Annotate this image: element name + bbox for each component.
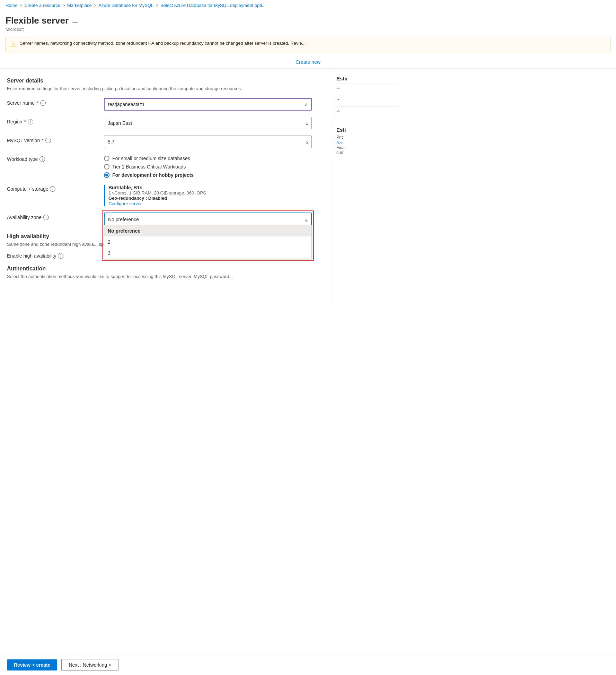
availability-zone-chevron: ⦥ [305, 217, 308, 222]
check-icon: ✓ [304, 101, 308, 108]
radio-circle-small [104, 156, 109, 161]
workload-radio-tier1[interactable]: Tier 1 Business Critical Workloads [104, 164, 312, 170]
mysql-version-wrap: 5.7 8.0 ⦥ [104, 136, 312, 148]
region-label: Region * i [7, 117, 97, 124]
configure-server-link[interactable]: Configure server [108, 201, 142, 206]
breadcrumb-sep-1: > [20, 3, 23, 8]
breadcrumb-sep-3: > [94, 3, 97, 8]
mysql-version-select[interactable]: 5.7 8.0 [104, 136, 312, 148]
required-star: * [36, 100, 38, 106]
section-server-details: Server details Enter required settings f… [7, 78, 326, 91]
workload-radio-dev-label: For development or hobby projects [112, 172, 194, 178]
workload-type-label: Workload type i [7, 154, 97, 162]
workload-radio-small-label: For small or medium size databases [112, 156, 190, 161]
warning-text: Server names, networking connectivity me… [20, 41, 306, 46]
breadcrumb-create-resource[interactable]: Create a resource [24, 3, 60, 8]
page-subtitle: Microsoft [6, 27, 610, 32]
compute-specs: 1 vCores, 1 GiB RAM, 20 GiB storage, 360… [108, 190, 312, 196]
workload-radio-small[interactable]: For small or medium size databases [104, 156, 312, 161]
form-row-server-name: Server name * i ✓ [7, 98, 326, 111]
sidebar-chevron-3-icon: ⌃ [336, 110, 341, 115]
compute-tier: Burstable, B1s [108, 185, 312, 190]
form-row-workload-type: Workload type i For small or medium size… [7, 154, 326, 178]
breadcrumb-home[interactable]: Home [6, 3, 18, 8]
availability-zone-value: No preference [108, 217, 139, 222]
workload-type-info-icon[interactable]: i [39, 156, 45, 162]
warning-banner: ⚠ Server names, networking connectivity … [6, 37, 610, 52]
sidebar-panel: Estir ⌃ ⌃ ⌃ Esti Pric Azu Fina curr [333, 69, 402, 311]
workload-type-radio-group: For small or medium size databases Tier … [104, 154, 312, 178]
page-header: Flexible server ... Microsoft [0, 11, 616, 33]
warning-icon: ⚠ [11, 41, 16, 49]
form-row-compute-storage: Compute + storage i Burstable, B1s 1 vCo… [7, 184, 326, 206]
availability-zone-wrap: No preference ⦥ No preference 2 3 [104, 213, 312, 226]
region-wrap: Japan East East US West US West Europe ⦥ [104, 117, 312, 129]
compute-storage-info-icon[interactable]: i [50, 186, 55, 192]
breadcrumb: Home > Create a resource > Marketplace >… [0, 0, 616, 11]
workload-type-wrap: For small or medium size databases Tier … [104, 154, 312, 178]
workload-radio-dev[interactable]: For development or hobby projects [104, 172, 312, 178]
mysql-version-select-wrap: 5.7 8.0 ⦥ [104, 136, 312, 148]
compute-storage-wrap: Burstable, B1s 1 vCores, 1 GiB RAM, 20 G… [104, 184, 312, 206]
radio-circle-dev [104, 172, 109, 178]
availability-zone-info-icon[interactable]: i [43, 215, 49, 220]
mysql-version-label: MySQL version * i [7, 136, 97, 143]
authentication-section: Authentication Select the authentication… [7, 266, 326, 279]
sidebar-chevron-2-icon: ⌃ [336, 98, 341, 104]
availability-zone-label: Availability zone i [7, 213, 97, 220]
breadcrumb-sep-2: > [62, 3, 65, 8]
server-name-label: Server name * i [7, 98, 97, 106]
compute-geo: Geo-redundancy : Disabled [108, 196, 312, 201]
sidebar-title: Estir [336, 72, 398, 84]
sidebar-final-text: Fina [336, 145, 398, 150]
form-row-region: Region * i Japan East East US West US We… [7, 117, 326, 129]
breadcrumb-sep-4: > [156, 3, 158, 8]
az-option-no-preference[interactable]: No preference [104, 225, 311, 236]
form-row-mysql-version: MySQL version * i 5.7 8.0 ⦥ [7, 136, 326, 148]
availability-zone-selected[interactable]: No preference ⦥ [105, 213, 311, 226]
section-desc: Enter required settings for this server,… [7, 86, 326, 91]
breadcrumb-marketplace[interactable]: Marketplace [67, 3, 92, 8]
region-info-icon[interactable]: i [28, 119, 33, 124]
breadcrumb-azure-mysql[interactable]: Azure Database for MySQL [98, 3, 153, 8]
sidebar-price-text: Pric [336, 135, 398, 140]
required-star-mysql: * [42, 138, 43, 143]
auth-title: Authentication [7, 266, 326, 272]
availability-zone-container: No preference ⦥ No preference 2 3 [104, 213, 312, 226]
ellipsis-menu[interactable]: ... [72, 17, 78, 25]
sidebar-currency-text: curr [336, 150, 398, 155]
sidebar-azure-link[interactable]: Azu [336, 140, 344, 145]
sidebar-chevron-3[interactable]: ⌃ [336, 106, 398, 118]
az-option-3[interactable]: 3 [104, 248, 311, 259]
create-new-bar: Create new [0, 56, 616, 69]
sidebar-chevron-1-icon: ⌃ [336, 87, 341, 92]
server-name-wrap: ✓ [104, 98, 312, 111]
enable-ha-info-icon[interactable]: i [58, 253, 63, 259]
radio-circle-tier1 [104, 164, 109, 170]
az-option-2[interactable]: 2 [104, 236, 311, 248]
breadcrumb-select-deployment[interactable]: Select Azure Database for MySQL deployme… [160, 3, 266, 8]
sidebar-esti-label: Esti [336, 123, 398, 135]
region-select[interactable]: Japan East East US West US West Europe [104, 117, 312, 129]
availability-zone-dropdown[interactable]: No preference ⦥ [104, 213, 312, 226]
enable-ha-label: Enable high availability i [7, 251, 97, 259]
section-title: Server details [7, 78, 326, 84]
server-name-info-icon[interactable]: i [40, 100, 46, 106]
compute-info: Burstable, B1s 1 vCores, 1 GiB RAM, 20 G… [104, 185, 312, 206]
server-name-input-wrap: ✓ [104, 98, 312, 111]
server-name-input[interactable] [104, 98, 312, 111]
mysql-version-info-icon[interactable]: i [45, 138, 51, 143]
required-star-region: * [24, 119, 26, 124]
page-title-text: Flexible server [6, 15, 69, 26]
auth-desc: Select the authentication methods you wo… [7, 274, 326, 279]
region-select-wrap: Japan East East US West US West Europe ⦥ [104, 117, 312, 129]
sidebar-chevron-2[interactable]: ⌃ [336, 95, 398, 106]
compute-storage-label: Compute + storage i [7, 184, 97, 192]
workload-radio-tier1-label: Tier 1 Business Critical Workloads [112, 164, 186, 170]
sidebar-chevron-1[interactable]: ⌃ [336, 84, 398, 95]
availability-zone-menu: No preference 2 3 [104, 225, 312, 259]
form-row-availability-zone: Availability zone i No preference ⦥ N [7, 213, 326, 226]
create-new-link[interactable]: Create new [296, 59, 320, 65]
